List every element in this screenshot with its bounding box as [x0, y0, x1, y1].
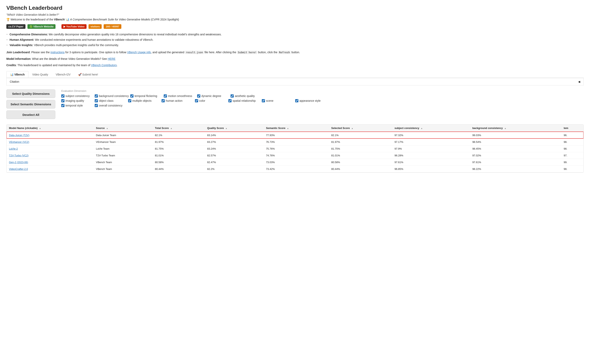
- dim-imaging-quality[interactable]: imaging quality: [61, 99, 93, 102]
- dim-temporal-flickering[interactable]: temporal flickering: [130, 94, 162, 98]
- cell-value: 74.76%: [264, 152, 329, 159]
- table-row: VideoCrafter-2.0VBench Team80.44%82.2%73…: [7, 165, 583, 172]
- cell-value: VBench Team: [94, 159, 152, 165]
- cell-value: 96.: [561, 132, 583, 139]
- cell-value: T2V-Turbo Team: [94, 152, 152, 159]
- cell-value: 96.85%: [392, 165, 470, 172]
- cell-value: VEnhancer Team: [94, 138, 152, 145]
- cell-value: 82.57%: [205, 152, 264, 159]
- bullet-valuable-insights: Valuable Insights: VBench provides multi…: [6, 43, 584, 47]
- welcome-line: 🏆 Welcome to the leaderboard of the VBen…: [6, 18, 584, 21]
- tab-vbench[interactable]: 📊 VBench: [6, 71, 28, 78]
- select-quality-btn[interactable]: Select Quality Dimensions: [6, 89, 55, 98]
- cell-value: 81.75%: [153, 145, 205, 152]
- col-subject-consistency[interactable]: subject consistency ▲: [392, 124, 470, 132]
- tab-vbench-i2v[interactable]: VBench-I2V: [52, 71, 74, 78]
- dimension-row-3: temporal style overall consistency: [61, 104, 584, 107]
- cell-model-name[interactable]: Gen-2 (2023-06): [7, 159, 94, 165]
- tab-submit[interactable]: 🚀 Submit here!: [74, 71, 102, 78]
- col-selected-score[interactable]: Selected Score ▲: [329, 124, 392, 132]
- dim-spatial-relationship[interactable]: spatial relationship: [228, 99, 260, 102]
- col-semantic-score[interactable]: Semantic Score ▲: [264, 124, 329, 132]
- leaderboard-table: Model Name (clickable) ▲ Source ▲ Total …: [7, 124, 583, 172]
- dim-aesthetic-quality[interactable]: aesthetic quality: [231, 94, 262, 98]
- cell-value: 98.: [561, 138, 583, 145]
- cell-value: 82.1%: [329, 132, 392, 139]
- table-row: LaVie-2LaVie Team81.75%83.24%75.76%81.75…: [7, 145, 583, 152]
- cell-value: 82.47%: [205, 159, 264, 165]
- dim-overall-consistency[interactable]: overall consistency: [95, 104, 127, 107]
- cell-value: 97.17%: [392, 138, 470, 145]
- cell-value: 81.97%: [329, 138, 392, 145]
- cell-model-name[interactable]: VEnhancer (VC2): [7, 138, 94, 145]
- dim-object-class[interactable]: object class: [95, 99, 127, 102]
- cell-value: 98.22%: [470, 165, 561, 172]
- eval-area: Evaluation Dimension subject consistency…: [59, 89, 584, 121]
- controls-area: Select Quality Dimensions Select Semanti…: [6, 89, 584, 121]
- model-info: Model Information: What are the details …: [6, 57, 584, 61]
- select-semantic-btn[interactable]: Select Semantic Dimensions: [6, 100, 55, 109]
- cell-value: 80.58%: [153, 159, 205, 165]
- col-total-score[interactable]: Total Score ▲: [153, 124, 205, 132]
- cell-value: 83.27%: [205, 138, 264, 145]
- dim-multiple-objects[interactable]: multiple objects: [128, 99, 160, 102]
- cell-value: 98.: [561, 165, 583, 172]
- cell-value: 97.32%: [392, 132, 470, 139]
- cell-value: 99.03%: [470, 132, 561, 139]
- cell-value: 76.73%: [264, 138, 329, 145]
- badge-cs-cv[interactable]: cs.CV Paper: [6, 24, 26, 29]
- bullet-comprehensive: Comprehensive Dimensions: We carefully d…: [6, 32, 584, 37]
- cell-value: 81.75%: [329, 145, 392, 152]
- table-row: Data-Juicer (T2V)Data-Juicer Team82.1%83…: [7, 132, 583, 139]
- dim-subject-consistency[interactable]: subject consistency: [61, 94, 93, 98]
- badge-vbench[interactable]: 🟢 VBench Website: [27, 24, 55, 29]
- badge-visitors-count: 160 / 40097: [104, 24, 121, 29]
- citation-arrow: ◀: [578, 80, 580, 83]
- badge-youtube[interactable]: ▶ YouTube Video: [61, 24, 87, 29]
- table-header-row: Model Name (clickable) ▲ Source ▲ Total …: [7, 124, 583, 132]
- cell-model-name[interactable]: VideoCrafter-2.0: [7, 165, 94, 172]
- deselect-all-btn[interactable]: Deselect All: [6, 110, 55, 119]
- instructions-link[interactable]: instructions: [51, 51, 65, 54]
- dim-background-consistency[interactable]: background consistency: [95, 94, 129, 98]
- here-link[interactable]: HERE: [108, 57, 115, 60]
- citation-bar[interactable]: Citation ◀: [6, 78, 584, 85]
- cell-model-name[interactable]: T2V-Turbo (VC2): [7, 152, 94, 159]
- main-tabs: 📊 VBench Video Quaity VBench-I2V 🚀 Submi…: [6, 71, 584, 78]
- dim-human-action[interactable]: human action: [161, 99, 193, 102]
- cell-value: 75.76%: [264, 145, 329, 152]
- dim-dynamic-degree[interactable]: dynamic degree: [197, 94, 229, 98]
- vbench-usage-link[interactable]: VBench Usage info: [127, 51, 151, 54]
- cell-value: 96.28%: [392, 152, 470, 159]
- dim-temporal-style[interactable]: temporal style: [61, 104, 93, 107]
- cell-value: 83.24%: [205, 145, 264, 152]
- page-subtitle: "Which Video Generation Model is better?…: [6, 13, 584, 16]
- badges-container: cs.CV Paper 🟢 VBench Website ▶ YouTube V…: [6, 24, 584, 29]
- cell-value: 83.14%: [205, 132, 264, 139]
- cell-value: 99.: [561, 159, 583, 165]
- dim-color[interactable]: color: [195, 99, 227, 102]
- credits-info: Credits: This leaderboard is updated and…: [6, 63, 584, 67]
- contributors-link[interactable]: VBench Contributors: [91, 64, 117, 67]
- col-background-consistency[interactable]: background consistency ▲: [470, 124, 561, 132]
- col-quality-score[interactable]: Quality Score ▲: [205, 124, 264, 132]
- left-controls: Select Quality Dimensions Select Semanti…: [6, 89, 59, 121]
- cell-value: 81.97%: [153, 138, 205, 145]
- cell-model-name[interactable]: Data-Juicer (T2V): [7, 132, 94, 139]
- feature-list: Comprehensive Dimensions: We carefully d…: [6, 32, 584, 47]
- col-model-name[interactable]: Model Name (clickable) ▲: [7, 124, 94, 132]
- join-leaderboard-info: Join Leaderboard: Please see the instruc…: [6, 50, 584, 55]
- cell-value: 80.44%: [329, 165, 392, 172]
- table-row: Gen-2 (2023-06)VBench Team80.58%82.47%73…: [7, 159, 583, 165]
- dim-scene[interactable]: scene: [262, 99, 294, 102]
- cell-value: 77.93%: [264, 132, 329, 139]
- col-temporal[interactable]: tem: [561, 124, 583, 132]
- cell-value: 82.2%: [205, 165, 264, 172]
- cell-value: 97.02%: [470, 152, 561, 159]
- col-source[interactable]: Source ▲: [94, 124, 152, 132]
- dim-appearance-style[interactable]: appearance style: [295, 99, 327, 102]
- cell-model-name[interactable]: LaVie-2: [7, 145, 94, 152]
- dim-motion-smoothness[interactable]: motion smoothness: [164, 94, 195, 98]
- tab-video-quality[interactable]: Video Quaity: [28, 71, 52, 78]
- cell-value: 73.03%: [264, 159, 329, 165]
